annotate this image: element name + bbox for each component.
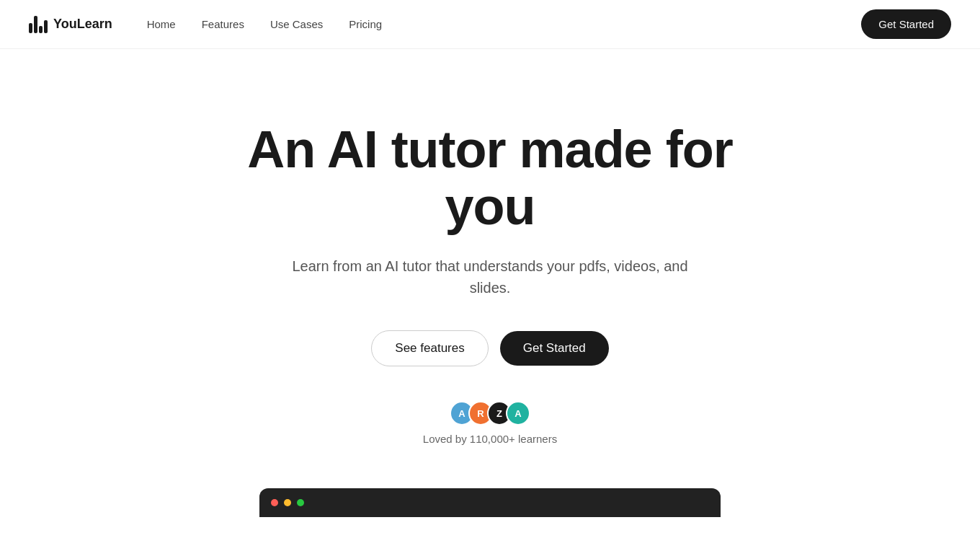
avatars-group: A R Z A	[450, 401, 530, 426]
window-dot-red	[271, 499, 278, 506]
nav-links: Home Features Use Cases Pricing	[147, 18, 382, 31]
logo-bar-2	[34, 16, 37, 33]
logo-bar-1	[29, 23, 32, 33]
window-dot-green	[297, 499, 304, 506]
nav-item-features[interactable]: Features	[202, 18, 244, 31]
nav-left: YouLearn Home Features Use Cases Pricing	[29, 16, 382, 33]
nav-item-use-cases[interactable]: Use Cases	[270, 18, 323, 31]
hero-buttons: See features Get Started	[371, 330, 608, 366]
logo[interactable]: YouLearn	[29, 16, 112, 33]
nav-link-features[interactable]: Features	[202, 18, 244, 30]
nav-item-pricing[interactable]: Pricing	[349, 18, 382, 31]
nav-right: Get Started	[861, 9, 951, 39]
hero-get-started-button[interactable]: Get Started	[500, 331, 609, 366]
navbar: YouLearn Home Features Use Cases Pricing…	[0, 0, 980, 49]
nav-get-started-button[interactable]: Get Started	[861, 9, 951, 39]
social-proof: A R Z A Loved by 110,000+ learners	[423, 401, 557, 445]
nav-link-home[interactable]: Home	[147, 18, 176, 30]
hero-title: An AI tutor made for you	[202, 121, 778, 235]
logo-bar-4	[44, 20, 48, 33]
window-dot-yellow	[284, 499, 291, 506]
hero-section: An AI tutor made for you Learn from an A…	[0, 49, 980, 488]
avatar-a2: A	[506, 401, 530, 426]
loved-by-text: Loved by 110,000+ learners	[423, 433, 557, 445]
logo-text: YouLearn	[53, 17, 112, 32]
nav-link-use-cases[interactable]: Use Cases	[270, 18, 323, 30]
logo-bar-3	[39, 26, 43, 33]
nav-item-home[interactable]: Home	[147, 18, 176, 31]
demo-preview-bar	[259, 488, 721, 517]
hero-subtitle: Learn from an AI tutor that understands …	[274, 255, 706, 299]
see-features-button[interactable]: See features	[371, 330, 488, 366]
logo-icon	[29, 16, 48, 33]
nav-link-pricing[interactable]: Pricing	[349, 18, 382, 30]
